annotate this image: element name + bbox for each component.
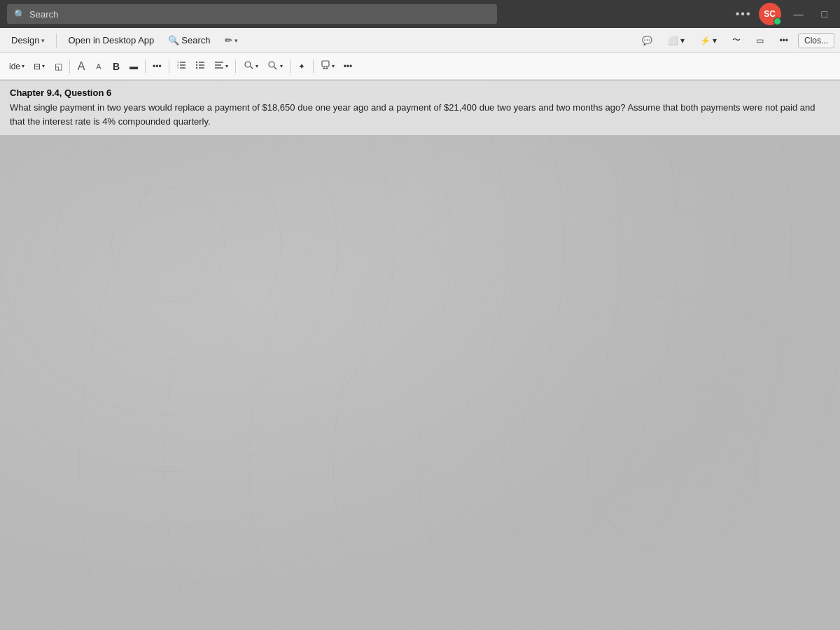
align-chevron: ▾	[225, 63, 228, 69]
fmt-sep-2	[145, 59, 146, 74]
more-format-dots[interactable]: •••	[149, 57, 165, 76]
view-chevron: ▾	[42, 63, 45, 69]
align-icon	[214, 60, 224, 72]
search-replace-item[interactable]: ▾	[264, 57, 286, 76]
open-desktop-label: Open in Desktop App	[68, 35, 154, 46]
view-icon: ⊟	[34, 62, 41, 71]
svg-point-10	[195, 64, 197, 66]
review-chevron: ▾	[680, 36, 685, 46]
wave-icon-button[interactable]: 〜	[727, 32, 746, 48]
title-dots[interactable]: •••	[736, 8, 752, 20]
sparkle-icon: ✦	[298, 62, 305, 71]
unordered-list-icon	[195, 60, 205, 72]
highlight-icon	[243, 60, 254, 72]
close-label: Clos...	[804, 36, 828, 46]
svg-rect-19	[322, 61, 329, 66]
title-search-icon: 🔍	[14, 9, 25, 20]
fmt-sep-4	[235, 59, 236, 74]
design-chevron: ▾	[41, 37, 45, 44]
layout-icon: ◱	[55, 62, 62, 71]
hide-chevron: ▾	[22, 63, 24, 69]
more-dots-button[interactable]: •••	[774, 34, 794, 48]
search-icon: 🔍	[168, 35, 179, 46]
svg-line-18	[274, 66, 276, 69]
title-search-text: Search	[29, 9, 58, 20]
content-area: Chapter 9.4, Question 6 What single paym…	[0, 80, 840, 630]
accessibility-button[interactable]: ⚡ ▾	[694, 34, 722, 48]
minimize-button[interactable]: —	[788, 7, 809, 21]
toolbar-right: 💬 ⬜ ▾ ⚡ ▾ 〜 ▭ ••• Clos...	[636, 32, 834, 48]
svg-point-15	[245, 62, 251, 67]
comment-button[interactable]: 💬	[636, 34, 658, 48]
edit-chevron: ▾	[234, 37, 238, 44]
layout-icon-item[interactable]: ◱	[50, 57, 66, 76]
comment-icon: 💬	[642, 36, 652, 46]
cup-item[interactable]: ▾	[317, 57, 338, 76]
fmt-sep-5	[290, 59, 290, 74]
avatar-initials: SC	[764, 9, 776, 19]
more-dots-fmt[interactable]: •••	[340, 57, 356, 76]
panel-icon: ▭	[756, 36, 764, 46]
more-dots-fmt-icon: •••	[344, 62, 353, 71]
title-search-box[interactable]: 🔍 Search	[7, 4, 497, 24]
fmt-sep-6	[313, 59, 314, 74]
sparkle-item[interactable]: ✦	[294, 57, 309, 76]
open-desktop-button[interactable]: Open in Desktop App	[62, 32, 160, 48]
search-label: Search	[181, 35, 210, 46]
font-large-icon: A	[78, 60, 85, 73]
bold-icon: B	[113, 61, 120, 72]
review-icon: ⬜	[668, 36, 678, 46]
svg-point-11	[195, 67, 197, 69]
menu-sep-1	[56, 34, 57, 48]
design-menu-item[interactable]: Design ▾	[6, 32, 50, 48]
format-bar: ide ▾ ⊟ ▾ ◱ A A B ▬ ••• 1 2 3	[0, 53, 840, 80]
highlight-item[interactable]: ▾	[239, 57, 262, 76]
edit-icon-button[interactable]: ✏ ▾	[219, 32, 244, 48]
bold-item[interactable]: B	[108, 57, 124, 76]
svg-point-17	[269, 62, 274, 67]
highlight-chevron: ▾	[255, 63, 258, 69]
font-small-icon: A	[96, 62, 101, 71]
font-small-item[interactable]: A	[91, 57, 106, 76]
more-dots-icon: •••	[779, 36, 788, 46]
hide-item[interactable]: ide ▾	[6, 57, 28, 76]
review-button[interactable]: ⬜ ▾	[662, 34, 690, 48]
chapter-title: Chapter 9.4, Question 6	[10, 88, 830, 98]
ordered-list-item[interactable]: 1 2 3	[173, 57, 190, 76]
search-replace-chevron: ▾	[280, 63, 283, 69]
user-avatar[interactable]: SC	[759, 3, 781, 25]
cup-chevron: ▾	[332, 63, 335, 69]
cup-icon	[321, 60, 330, 72]
search-button[interactable]: 🔍 Search	[162, 32, 216, 48]
maximize-button[interactable]: □	[816, 7, 833, 21]
accessibility-icon: ⚡	[700, 36, 710, 46]
fmt-sep-3	[169, 59, 169, 74]
question-body: What single payment in two years would r…	[10, 101, 830, 128]
align-item[interactable]: ▾	[211, 57, 232, 76]
menu-bar: Design ▾ Open in Desktop App 🔍 Search ✏ …	[0, 28, 840, 53]
hide-label: ide	[9, 62, 20, 71]
panel-icon-button[interactable]: ▭	[750, 34, 769, 48]
title-bar-right: ••• SC — □	[736, 3, 833, 25]
underline-item[interactable]: ▬	[126, 57, 141, 76]
svg-line-16	[251, 66, 253, 69]
ordered-list-icon: 1 2 3	[176, 60, 186, 72]
search-replace-icon	[267, 60, 279, 72]
question-block: Chapter 9.4, Question 6 What single paym…	[0, 80, 840, 136]
accessibility-chevron: ▾	[713, 36, 717, 46]
underline-bar-icon: ▬	[130, 62, 138, 71]
unordered-list-item[interactable]	[192, 57, 209, 76]
svg-text:3: 3	[177, 66, 179, 69]
title-bar: 🔍 Search ••• SC — □	[0, 0, 840, 28]
font-large-item[interactable]: A	[74, 57, 89, 76]
close-button[interactable]: Clos...	[798, 33, 834, 48]
design-label: Design	[11, 35, 39, 46]
more-format-icon: •••	[153, 62, 162, 71]
view-icon-item[interactable]: ⊟ ▾	[30, 57, 48, 76]
pencil-icon: ✏	[225, 35, 232, 46]
wave-icon: 〜	[732, 34, 741, 46]
svg-point-9	[195, 62, 197, 63]
fmt-sep-1	[69, 59, 70, 74]
